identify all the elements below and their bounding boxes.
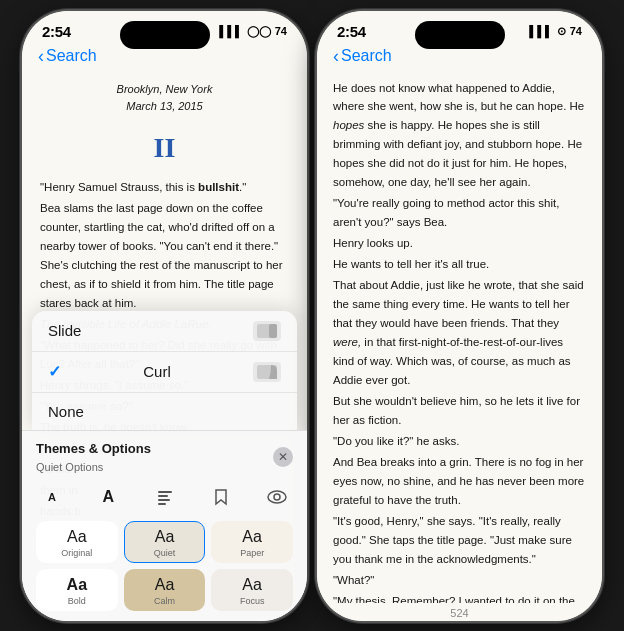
- theme-aa-quiet: Aa: [155, 528, 175, 546]
- option-none[interactable]: None: [32, 393, 297, 430]
- theme-original[interactable]: Aa Original: [36, 521, 118, 563]
- back-label-left: Search: [46, 47, 97, 65]
- themes-title-block: Themes & Options Quiet Options: [36, 439, 151, 475]
- option-curl[interactable]: ✓ Curl: [32, 352, 297, 393]
- battery-right: 74: [570, 25, 582, 37]
- back-button-right[interactable]: ‹ Search: [333, 46, 392, 67]
- chapter-number: II: [40, 126, 289, 171]
- rp-2: "You're really going to method actor thi…: [333, 194, 586, 232]
- back-label-right: Search: [341, 47, 392, 65]
- theme-name-paper: Paper: [240, 548, 264, 558]
- rp-3: Henry looks up.: [333, 234, 586, 253]
- right-phone-inner: 2:54 ▌▌▌ ⊙ 74 ‹ Search He does not know …: [317, 11, 602, 621]
- back-chevron-left: ‹: [38, 46, 44, 67]
- theme-paper[interactable]: Aa Paper: [211, 521, 293, 563]
- wifi-icon-left: ◯◯: [247, 25, 271, 38]
- themes-title-row: Themes & Options Quiet Options ✕: [36, 439, 293, 475]
- svg-rect-3: [158, 491, 172, 493]
- theme-quiet[interactable]: Aa Quiet: [124, 521, 206, 563]
- theme-aa-original: Aa: [67, 528, 87, 546]
- theme-name-quiet: Quiet: [154, 548, 176, 558]
- theme-aa-focus: Aa: [242, 576, 262, 594]
- slide-options: Slide ✓ Curl None: [32, 311, 297, 430]
- back-button-left[interactable]: ‹ Search: [38, 46, 97, 67]
- status-icons-right: ▌▌▌ ⊙ 74: [529, 25, 582, 38]
- book-para-2: Bea slams the last page down on the coff…: [40, 199, 289, 313]
- svg-rect-6: [158, 503, 166, 505]
- rp-8: And Bea breaks into a grin. There is no …: [333, 453, 586, 510]
- quiet-options-label: Quiet Options: [36, 461, 103, 473]
- font-small-btn[interactable]: A: [36, 483, 68, 511]
- theme-aa-paper: Aa: [242, 528, 262, 546]
- themes-options: Options: [102, 441, 151, 456]
- page-number: 524: [317, 603, 602, 621]
- book-header: Brooklyn, New York March 13, 2015: [40, 81, 289, 116]
- wifi-icon-right: ⊙: [557, 25, 566, 38]
- curl-icon: [253, 362, 281, 382]
- theme-name-calm: Calm: [154, 596, 175, 606]
- option-none-label: None: [48, 403, 84, 420]
- font-type-btn[interactable]: [149, 483, 181, 511]
- theme-name-original: Original: [61, 548, 92, 558]
- theme-name-focus: Focus: [240, 596, 265, 606]
- svg-rect-5: [158, 499, 170, 501]
- themes-bar: Themes & Options Quiet Options ✕ A A: [22, 430, 307, 621]
- theme-focus[interactable]: Aa Focus: [211, 569, 293, 611]
- book-location: Brooklyn, New York: [40, 81, 289, 99]
- svg-point-7: [274, 494, 280, 500]
- curl-check: ✓: [48, 362, 61, 381]
- book-para-1: "Henry Samuel Strauss, this is bullshit.…: [40, 178, 289, 197]
- svg-rect-4: [158, 495, 168, 497]
- theme-bold[interactable]: Aa Bold: [36, 569, 118, 611]
- left-phone-inner: 2:54 ▌▌▌ ◯◯ 74 ‹ Search Brooklyn, New Yo…: [22, 11, 307, 621]
- option-slide-label: Slide: [48, 322, 81, 339]
- back-chevron-right: ‹: [333, 46, 339, 67]
- time-right: 2:54: [337, 23, 366, 40]
- book-date: March 13, 2015: [40, 98, 289, 116]
- right-phone: 2:54 ▌▌▌ ⊙ 74 ‹ Search He does not know …: [317, 11, 602, 621]
- signal-icon-right: ▌▌▌: [529, 25, 552, 37]
- phones-container: 2:54 ▌▌▌ ◯◯ 74 ‹ Search Brooklyn, New Yo…: [22, 11, 602, 621]
- theme-aa-calm: Aa: [155, 576, 175, 594]
- option-slide[interactable]: Slide: [32, 311, 297, 352]
- rp-10: "What?": [333, 571, 586, 590]
- close-button[interactable]: ✕: [273, 447, 293, 467]
- rp-11: "My thesis. Remember? I wanted to do it …: [333, 592, 586, 603]
- battery-left: 74: [275, 25, 287, 37]
- slide-icon: [253, 321, 281, 341]
- bookmark-btn[interactable]: [205, 483, 237, 511]
- dynamic-island-right: [415, 21, 505, 49]
- svg-rect-1: [269, 324, 277, 338]
- rp-1: He does not know what happened to Addie,…: [333, 79, 586, 193]
- theme-aa-bold: Aa: [67, 576, 87, 594]
- display-btn[interactable]: [261, 483, 293, 511]
- dynamic-island-left: [120, 21, 210, 49]
- time-left: 2:54: [42, 23, 71, 40]
- signal-icon-left: ▌▌▌: [219, 25, 242, 37]
- status-icons-left: ▌▌▌ ◯◯ 74: [219, 25, 287, 38]
- themes-grid: Aa Original Aa Quiet Aa Paper Aa: [36, 517, 293, 617]
- font-large-btn[interactable]: A: [92, 483, 124, 511]
- option-curl-label: Curl: [143, 363, 171, 380]
- book-content-right: He does not know what happened to Addie,…: [317, 73, 602, 603]
- left-phone: 2:54 ▌▌▌ ◯◯ 74 ‹ Search Brooklyn, New Yo…: [22, 11, 307, 621]
- rp-6: But she wouldn't believe him, so he lets…: [333, 392, 586, 430]
- rp-5: That about Addie, just like he wrote, th…: [333, 276, 586, 390]
- rp-9: "It's good, Henry," she says. "It's real…: [333, 512, 586, 569]
- rp-7: "Do you like it?" he asks.: [333, 432, 586, 451]
- themes-title: Themes &: [36, 441, 102, 456]
- theme-name-bold: Bold: [68, 596, 86, 606]
- toolbar-row: A A: [36, 479, 293, 517]
- overlay-panel: Slide ✓ Curl None: [22, 311, 307, 621]
- theme-calm[interactable]: Aa Calm: [124, 569, 206, 611]
- svg-point-8: [268, 491, 286, 503]
- rp-4: He wants to tell her it's all true.: [333, 255, 586, 274]
